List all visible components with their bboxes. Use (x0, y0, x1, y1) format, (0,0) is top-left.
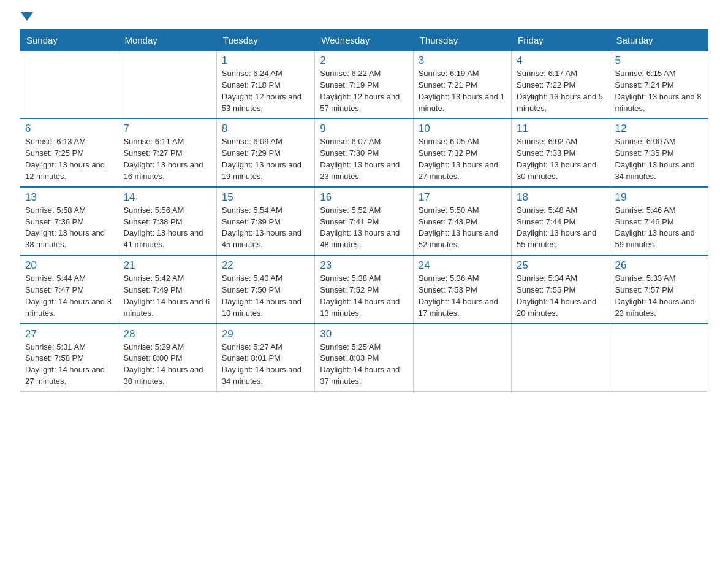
day-info: Sunrise: 5:50 AMSunset: 7:43 PMDaylight:… (419, 205, 506, 251)
day-number: 21 (123, 259, 211, 272)
calendar-cell (610, 324, 708, 392)
day-number: 5 (615, 55, 703, 67)
day-number: 13 (25, 191, 113, 204)
calendar-cell: 12Sunrise: 6:00 AMSunset: 7:35 PMDayligh… (610, 118, 708, 186)
calendar-header-thursday: Thursday (413, 30, 511, 51)
day-info: Sunrise: 5:58 AMSunset: 7:36 PMDaylight:… (25, 205, 113, 251)
day-info: Sunrise: 6:11 AMSunset: 7:27 PMDaylight:… (123, 136, 211, 182)
day-number: 9 (320, 123, 408, 135)
day-number: 24 (419, 259, 506, 272)
calendar-header-monday: Monday (118, 30, 216, 51)
day-info: Sunrise: 5:33 AMSunset: 7:57 PMDaylight:… (615, 273, 703, 319)
day-info: Sunrise: 6:05 AMSunset: 7:32 PMDaylight:… (419, 136, 506, 182)
calendar-cell: 17Sunrise: 5:50 AMSunset: 7:43 PMDayligh… (413, 187, 511, 255)
calendar-cell (413, 324, 511, 392)
day-number: 27 (25, 328, 113, 340)
day-info: Sunrise: 5:31 AMSunset: 7:58 PMDaylight:… (25, 342, 113, 388)
calendar-cell: 10Sunrise: 6:05 AMSunset: 7:32 PMDayligh… (413, 118, 511, 186)
day-info: Sunrise: 5:52 AMSunset: 7:41 PMDaylight:… (320, 205, 408, 251)
calendar-week-row: 27Sunrise: 5:31 AMSunset: 7:58 PMDayligh… (20, 324, 708, 392)
day-number: 19 (615, 191, 703, 204)
calendar-week-row: 6Sunrise: 6:13 AMSunset: 7:25 PMDaylight… (20, 118, 708, 186)
day-info: Sunrise: 6:13 AMSunset: 7:25 PMDaylight:… (25, 136, 113, 182)
calendar-week-row: 20Sunrise: 5:44 AMSunset: 7:47 PMDayligh… (20, 255, 708, 323)
day-info: Sunrise: 5:40 AMSunset: 7:50 PMDaylight:… (222, 273, 309, 319)
calendar-table: SundayMondayTuesdayWednesdayThursdayFrid… (20, 29, 708, 392)
calendar-cell: 22Sunrise: 5:40 AMSunset: 7:50 PMDayligh… (216, 255, 314, 323)
day-info: Sunrise: 5:25 AMSunset: 8:03 PMDaylight:… (320, 342, 408, 388)
calendar-cell: 13Sunrise: 5:58 AMSunset: 7:36 PMDayligh… (20, 187, 118, 255)
day-info: Sunrise: 5:29 AMSunset: 8:00 PMDaylight:… (123, 342, 211, 388)
calendar-cell: 11Sunrise: 6:02 AMSunset: 7:33 PMDayligh… (512, 118, 610, 186)
day-number: 30 (320, 328, 408, 340)
calendar-cell: 18Sunrise: 5:48 AMSunset: 7:44 PMDayligh… (512, 187, 610, 255)
day-number: 11 (517, 123, 604, 135)
day-info: Sunrise: 5:34 AMSunset: 7:55 PMDaylight:… (517, 273, 604, 319)
day-number: 29 (222, 328, 309, 340)
day-number: 1 (222, 55, 309, 67)
calendar-cell: 21Sunrise: 5:42 AMSunset: 7:49 PMDayligh… (118, 255, 216, 323)
day-info: Sunrise: 5:42 AMSunset: 7:49 PMDaylight:… (123, 273, 211, 319)
day-info: Sunrise: 5:27 AMSunset: 8:01 PMDaylight:… (222, 342, 309, 388)
calendar-cell: 14Sunrise: 5:56 AMSunset: 7:38 PMDayligh… (118, 187, 216, 255)
calendar-cell: 7Sunrise: 6:11 AMSunset: 7:27 PMDaylight… (118, 118, 216, 186)
calendar-cell: 15Sunrise: 5:54 AMSunset: 7:39 PMDayligh… (216, 187, 314, 255)
calendar-cell: 16Sunrise: 5:52 AMSunset: 7:41 PMDayligh… (315, 187, 413, 255)
day-info: Sunrise: 5:48 AMSunset: 7:44 PMDaylight:… (517, 205, 604, 251)
day-number: 23 (320, 259, 408, 272)
day-info: Sunrise: 6:09 AMSunset: 7:29 PMDaylight:… (222, 136, 309, 182)
day-number: 8 (222, 123, 309, 135)
calendar-header-friday: Friday (512, 30, 610, 51)
calendar-cell: 6Sunrise: 6:13 AMSunset: 7:25 PMDaylight… (20, 118, 118, 186)
day-number: 17 (419, 191, 506, 204)
day-number: 18 (517, 191, 604, 204)
day-info: Sunrise: 5:46 AMSunset: 7:46 PMDaylight:… (615, 205, 703, 251)
calendar-cell: 20Sunrise: 5:44 AMSunset: 7:47 PMDayligh… (20, 255, 118, 323)
day-info: Sunrise: 5:54 AMSunset: 7:39 PMDaylight:… (222, 205, 309, 251)
day-number: 22 (222, 259, 309, 272)
calendar-cell: 4Sunrise: 6:17 AMSunset: 7:22 PMDaylight… (512, 51, 610, 119)
calendar-header-saturday: Saturday (610, 30, 708, 51)
day-number: 20 (25, 259, 113, 272)
calendar-cell: 19Sunrise: 5:46 AMSunset: 7:46 PMDayligh… (610, 187, 708, 255)
day-number: 12 (615, 123, 703, 135)
calendar-cell (118, 51, 216, 119)
day-info: Sunrise: 6:07 AMSunset: 7:30 PMDaylight:… (320, 136, 408, 182)
day-info: Sunrise: 6:02 AMSunset: 7:33 PMDaylight:… (517, 136, 604, 182)
day-number: 25 (517, 259, 604, 272)
day-number: 15 (222, 191, 309, 204)
calendar-cell: 25Sunrise: 5:34 AMSunset: 7:55 PMDayligh… (512, 255, 610, 323)
calendar-cell: 24Sunrise: 5:36 AMSunset: 7:53 PMDayligh… (413, 255, 511, 323)
calendar-header-sunday: Sunday (20, 30, 118, 51)
calendar-cell: 9Sunrise: 6:07 AMSunset: 7:30 PMDaylight… (315, 118, 413, 186)
day-number: 14 (123, 191, 211, 204)
calendar-week-row: 13Sunrise: 5:58 AMSunset: 7:36 PMDayligh… (20, 187, 708, 255)
calendar-cell: 29Sunrise: 5:27 AMSunset: 8:01 PMDayligh… (216, 324, 314, 392)
calendar-week-row: 1Sunrise: 6:24 AMSunset: 7:18 PMDaylight… (20, 51, 708, 119)
day-number: 16 (320, 191, 408, 204)
calendar-cell (512, 324, 610, 392)
day-info: Sunrise: 5:36 AMSunset: 7:53 PMDaylight:… (419, 273, 506, 319)
day-number: 2 (320, 55, 408, 67)
calendar-cell: 3Sunrise: 6:19 AMSunset: 7:21 PMDaylight… (413, 51, 511, 119)
day-number: 10 (419, 123, 506, 135)
calendar-cell: 28Sunrise: 5:29 AMSunset: 8:00 PMDayligh… (118, 324, 216, 392)
calendar-cell: 27Sunrise: 5:31 AMSunset: 7:58 PMDayligh… (20, 324, 118, 392)
calendar-cell: 1Sunrise: 6:24 AMSunset: 7:18 PMDaylight… (216, 51, 314, 119)
calendar-cell: 30Sunrise: 5:25 AMSunset: 8:03 PMDayligh… (315, 324, 413, 392)
day-info: Sunrise: 5:44 AMSunset: 7:47 PMDaylight:… (25, 273, 113, 319)
calendar-cell: 5Sunrise: 6:15 AMSunset: 7:24 PMDaylight… (610, 51, 708, 119)
day-info: Sunrise: 6:24 AMSunset: 7:18 PMDaylight:… (222, 68, 309, 114)
calendar-header-wednesday: Wednesday (315, 30, 413, 51)
calendar-cell: 26Sunrise: 5:33 AMSunset: 7:57 PMDayligh… (610, 255, 708, 323)
page-header (20, 15, 708, 22)
calendar-cell (20, 51, 118, 119)
day-number: 6 (25, 123, 113, 135)
day-info: Sunrise: 6:22 AMSunset: 7:19 PMDaylight:… (320, 68, 408, 114)
day-info: Sunrise: 6:15 AMSunset: 7:24 PMDaylight:… (615, 68, 703, 114)
day-number: 4 (517, 55, 604, 67)
calendar-header-tuesday: Tuesday (216, 30, 314, 51)
calendar-cell: 2Sunrise: 6:22 AMSunset: 7:19 PMDaylight… (315, 51, 413, 119)
day-number: 28 (123, 328, 211, 340)
logo (20, 15, 33, 22)
